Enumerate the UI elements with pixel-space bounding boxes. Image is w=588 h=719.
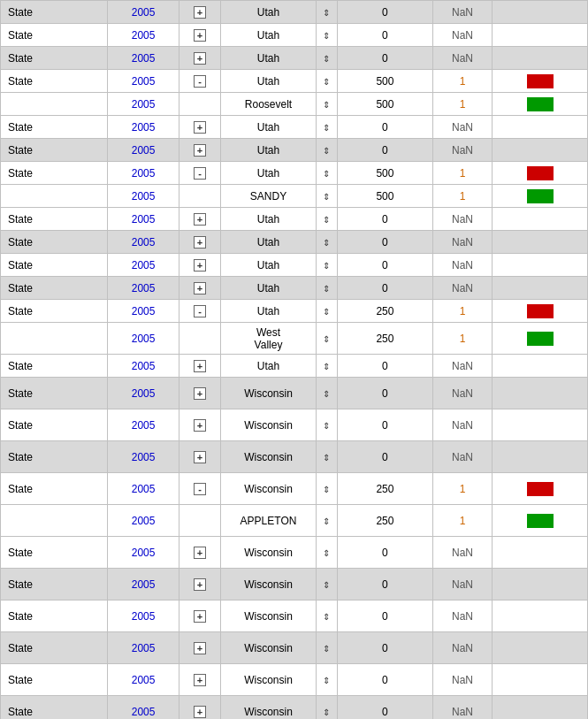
sort-arrow-icon: ⇕ [323,123,330,133]
table-row: State2005+Utah⇕0NaN [1,231,588,254]
sort-arrow-cell[interactable]: ⇕ [316,664,337,696]
expand-cell[interactable]: + [179,139,221,162]
expand-plus-icon[interactable]: + [194,52,206,65]
sort-arrow-cell[interactable]: ⇕ [316,323,337,355]
expand-plus-icon[interactable]: + [194,213,206,226]
expand-cell[interactable]: + [179,378,221,409]
expand-plus-icon[interactable]: + [194,6,206,19]
expand-minus-icon[interactable]: - [194,75,206,88]
sort-arrow-cell[interactable]: ⇕ [316,254,337,277]
sort-arrow-cell[interactable]: ⇕ [316,632,337,664]
expand-cell[interactable]: + [179,254,221,277]
expand-cell[interactable] [179,505,221,537]
year-cell: 2005 [108,569,179,600]
expand-cell[interactable]: + [179,441,221,473]
expand-cell[interactable]: + [179,47,221,70]
sort-arrow-cell[interactable]: ⇕ [316,277,337,300]
expand-plus-icon[interactable]: + [194,451,206,463]
count-cell: 1 [432,162,492,185]
sort-arrow-icon: ⇕ [323,31,330,41]
expand-cell[interactable]: + [179,277,221,300]
expand-minus-icon[interactable]: - [194,305,206,317]
sort-arrow-cell[interactable]: ⇕ [316,355,337,378]
year-cell: 2005 [108,162,179,185]
expand-plus-icon[interactable]: + [194,578,206,591]
expand-plus-icon[interactable]: + [194,547,206,559]
value-cell: 0 [338,696,433,720]
expand-cell[interactable]: + [179,208,221,231]
expand-plus-icon[interactable]: + [194,387,206,400]
expand-cell[interactable]: + [179,1,221,24]
expand-cell[interactable]: + [179,355,221,378]
sort-arrow-cell[interactable]: ⇕ [316,537,337,569]
expand-minus-icon[interactable]: - [194,483,206,495]
sort-arrow-cell[interactable]: ⇕ [316,70,337,93]
expand-plus-icon[interactable]: + [194,674,206,686]
expand-cell[interactable]: + [179,231,221,254]
table-row: State2005+Utah⇕0NaN [1,208,588,231]
sort-arrow-cell[interactable]: ⇕ [316,185,337,208]
expand-cell[interactable]: + [179,537,221,569]
location-cell: Utah [221,70,317,93]
expand-minus-icon[interactable]: - [194,167,206,180]
expand-cell[interactable]: + [179,600,221,632]
sort-arrow-icon: ⇕ [323,644,330,654]
expand-cell[interactable] [179,185,221,208]
sort-arrow-cell[interactable]: ⇕ [316,116,337,139]
year-cell: 2005 [108,70,179,93]
sort-arrow-cell[interactable]: ⇕ [316,93,337,116]
table-row: State2005+Utah⇕0NaN [1,355,588,378]
expand-plus-icon[interactable]: + [194,610,206,623]
expand-cell[interactable]: - [179,300,221,323]
expand-cell[interactable]: + [179,696,221,720]
expand-cell[interactable]: + [179,664,221,696]
sort-arrow-cell[interactable]: ⇕ [316,139,337,162]
sort-arrow-cell[interactable]: ⇕ [316,24,337,47]
expand-plus-icon[interactable]: + [194,706,206,718]
bars-cell [493,664,588,696]
sort-arrow-cell[interactable]: ⇕ [316,300,337,323]
sort-arrow-cell[interactable]: ⇕ [316,208,337,231]
expand-plus-icon[interactable]: + [194,144,206,157]
expand-plus-icon[interactable]: + [194,29,206,42]
count-cell: 1 [432,473,492,505]
sort-arrow-cell[interactable]: ⇕ [316,409,337,441]
sort-arrow-cell[interactable]: ⇕ [316,378,337,409]
expand-cell[interactable]: - [179,70,221,93]
year-cell: 2005 [108,47,179,70]
sort-arrow-cell[interactable]: ⇕ [316,473,337,505]
data-table: State2005+Utah⇕0NaNState2005+Utah⇕0NaNSt… [0,0,588,719]
expand-cell[interactable] [179,323,221,355]
sort-arrow-cell[interactable]: ⇕ [316,441,337,473]
sort-arrow-cell[interactable]: ⇕ [316,696,337,720]
location-cell: Utah [221,47,317,70]
expand-plus-icon[interactable]: + [194,282,206,294]
expand-cell[interactable]: + [179,409,221,441]
expand-cell[interactable]: + [179,632,221,664]
sort-arrow-cell[interactable]: ⇕ [316,231,337,254]
expand-plus-icon[interactable]: + [194,259,206,272]
expand-plus-icon[interactable]: + [194,360,206,372]
expand-plus-icon[interactable]: + [194,121,206,134]
expand-plus-icon[interactable]: + [194,236,206,249]
expand-plus-icon[interactable]: + [194,642,206,654]
sort-arrow-cell[interactable]: ⇕ [316,47,337,70]
sort-arrow-cell[interactable]: ⇕ [316,162,337,185]
sort-arrow-cell[interactable]: ⇕ [316,505,337,537]
bars-cell [493,70,588,93]
expand-cell[interactable]: + [179,569,221,600]
expand-cell[interactable]: + [179,116,221,139]
count-cell: NaN [432,1,492,24]
sort-arrow-cell[interactable]: ⇕ [316,1,337,24]
expand-cell[interactable] [179,93,221,116]
expand-cell[interactable]: + [179,24,221,47]
sort-arrow-cell[interactable]: ⇕ [316,569,337,600]
location-cell: Utah [221,139,317,162]
state-cell: State [1,569,108,600]
bars-cell [493,24,588,47]
expand-plus-icon[interactable]: + [194,419,206,432]
table-row: 2005APPLETON⇕2501 [1,505,588,537]
sort-arrow-cell[interactable]: ⇕ [316,600,337,632]
expand-cell[interactable]: - [179,473,221,505]
expand-cell[interactable]: - [179,162,221,185]
